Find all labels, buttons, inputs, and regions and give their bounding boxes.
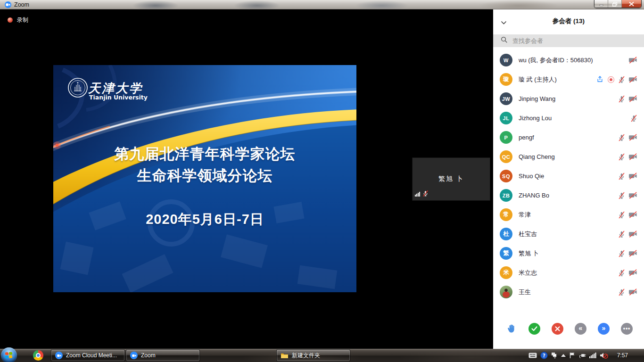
avatar-photo [500, 286, 512, 298]
power-plug-icon[interactable] [579, 352, 586, 359]
participant-row[interactable]: 常常津 [493, 205, 644, 224]
participants-footer: « » ••• [493, 317, 644, 349]
ime-stack-icon[interactable] [551, 352, 558, 359]
camera-off-icon [628, 95, 637, 102]
zoom-app-icon [5, 1, 11, 8]
avatar: ZB [500, 189, 512, 202]
participants-header: 参会者 (13) [493, 9, 644, 34]
taskbar-button-label: Zoom [141, 352, 156, 359]
participant-name: 杜宝吉 [519, 230, 618, 239]
video-thumbnail-status [415, 190, 429, 198]
participant-row[interactable]: 繁繁旭 卜 [493, 244, 644, 263]
participant-status-icons [628, 57, 637, 64]
participant-row[interactable]: 杜杜宝吉 [493, 224, 644, 244]
participant-name: Jinping Wang [519, 95, 618, 102]
minimize-button[interactable] [594, 0, 608, 8]
taskbar-buttons: Zoom Cloud Meeti...Zoom新建文件夹 [51, 349, 350, 362]
volume-muted-icon[interactable] [600, 352, 608, 359]
slide-title: 第九届北洋青年科学家论坛 生命科学领域分论坛 [53, 143, 356, 187]
participant-row[interactable]: QCQiang Cheng [493, 147, 644, 166]
chevrons-right-icon: » [602, 325, 606, 331]
camera-off-icon [628, 173, 637, 180]
camera-off-icon [628, 153, 637, 160]
participant-name: 王生 [519, 288, 618, 296]
participant-row[interactable]: JWJinping Wang [493, 89, 644, 108]
participant-list: Wwu (我, 参会者ID：506830)璇璇 武 (主持人)JWJinping… [493, 50, 644, 302]
participant-row[interactable]: Wwu (我, 参会者ID：506830) [493, 50, 644, 70]
close-button[interactable] [622, 0, 641, 8]
video-thumbnail[interactable]: 繁旭 卜 [412, 157, 490, 201]
avatar: 常 [500, 208, 512, 221]
participant-row[interactable]: Ppengf [493, 128, 644, 147]
camera-off-icon [628, 76, 637, 83]
avatar: 杜 [500, 228, 512, 240]
participant-row[interactable]: SQShuo Qie [493, 166, 644, 186]
signal-bars-icon [415, 190, 421, 198]
show-hidden-icon[interactable] [561, 354, 566, 357]
participants-title: 参会者 (13) [493, 17, 644, 25]
recording-indicator: 录制 [8, 16, 28, 24]
participants-panel: 参会者 (13) Wwu (我, 参会者ID：506830)璇璇 武 (主持人)… [493, 9, 644, 349]
start-button[interactable] [1, 347, 17, 362]
slide-date: 2020年5月6日-7日 [53, 210, 356, 229]
svg-text:?: ? [543, 353, 545, 358]
participant-row[interactable]: 璇璇 武 (主持人) [493, 70, 644, 89]
camera-off-icon [628, 134, 637, 141]
previous-page-button[interactable]: « [575, 323, 586, 335]
taskbar-button[interactable]: Zoom [126, 349, 200, 362]
university-name-cn: 天津大学 [88, 81, 143, 95]
participant-status-icons [618, 250, 637, 257]
search-icon [501, 36, 508, 45]
avatar: 璇 [500, 73, 512, 86]
action-center-flag-icon[interactable] [569, 352, 576, 359]
participant-row[interactable]: JLJizhong Lou [493, 108, 644, 128]
participant-name: pengf [519, 134, 618, 141]
avatar: 米 [500, 266, 512, 279]
participant-name: 繁旭 卜 [519, 249, 618, 258]
chrome-taskbar-icon[interactable] [33, 350, 43, 361]
network-signal-icon[interactable] [589, 353, 596, 358]
camera-off-icon [628, 269, 637, 276]
chevrons-left-icon: « [579, 325, 583, 331]
taskbar-button[interactable]: Zoom Cloud Meeti... [51, 349, 125, 362]
windows-flag-icon [5, 352, 13, 359]
participant-name: Shuo Qie [519, 173, 618, 180]
participant-row[interactable]: 王生 [493, 282, 644, 302]
mic-off-icon [618, 95, 625, 103]
restore-button[interactable] [608, 0, 622, 8]
mic-off-icon [618, 153, 625, 161]
slide-title-line2: 生命科学领域分论坛 [53, 165, 356, 187]
search-participants-box[interactable] [493, 34, 644, 47]
next-page-button[interactable]: » [598, 323, 610, 335]
participant-name: 常津 [519, 211, 618, 219]
keyboard-icon[interactable] [528, 353, 537, 358]
mic-off-icon [618, 192, 625, 199]
participant-name: Qiang Cheng [519, 153, 618, 160]
taskbar-button[interactable]: 新建文件夹 [276, 349, 350, 362]
participant-row[interactable]: ZBZHANG Bo [493, 186, 644, 205]
taskbar-clock[interactable]: 7:57 [617, 352, 628, 359]
mic-off-icon [618, 134, 625, 141]
more-options-button[interactable]: ••• [621, 323, 633, 335]
help-icon[interactable]: ? [540, 352, 548, 359]
participant-status-icons [618, 173, 637, 180]
folder-icon [281, 352, 289, 359]
shared-presentation-slide: 天津大学 Tianjin University 第九届北洋青年科学家论坛 生命科… [53, 65, 356, 292]
search-participants-input[interactable] [512, 37, 639, 45]
approve-all-button[interactable] [528, 323, 540, 335]
camera-off-icon [628, 211, 637, 218]
avatar: JW [500, 92, 512, 105]
participant-status-icons [618, 153, 637, 161]
camera-off-icon [628, 250, 637, 257]
recording-label: 录制 [17, 16, 28, 24]
avatar: W [500, 54, 512, 66]
taskbar-button-label: Zoom Cloud Meeti... [66, 352, 117, 359]
window-titlebar[interactable]: Zoom [0, 0, 644, 9]
participant-name: Jizhong Lou [519, 115, 630, 122]
video-thumbnail-name: 繁旭 卜 [413, 175, 490, 183]
reject-all-button[interactable] [552, 323, 563, 335]
participant-row[interactable]: 米米立志 [493, 263, 644, 282]
avatar: P [500, 131, 512, 144]
raise-hand-button[interactable] [505, 323, 517, 335]
mic-off-icon [618, 211, 625, 219]
